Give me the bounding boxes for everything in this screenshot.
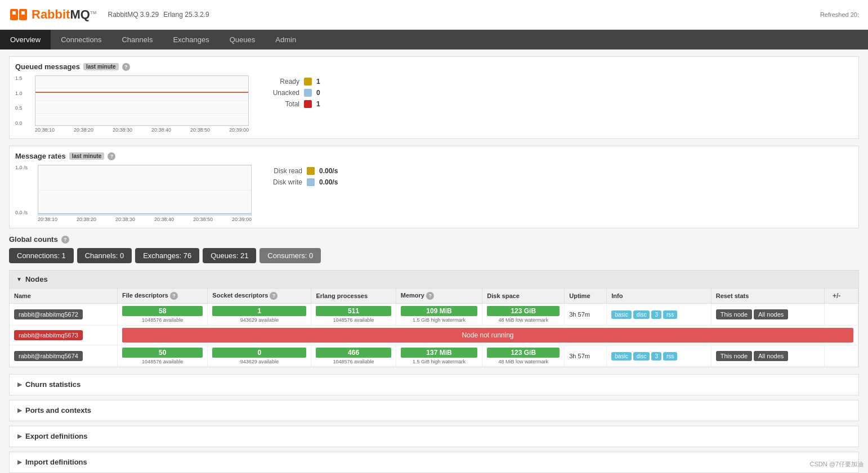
export-definitions-label: Export definitions	[25, 432, 88, 440]
col-plus-minus: +/-	[825, 289, 858, 304]
memory-cell: 109 MiB 1.5 GiB high watermark	[396, 304, 482, 326]
churn-statistics-label: Churn statistics	[25, 380, 80, 389]
global-counts-help[interactable]: ?	[61, 236, 69, 244]
socket-desc-bar: 1	[212, 306, 306, 316]
col-erlang: Erlang processes	[311, 289, 396, 304]
rabbitmq-logo-icon	[9, 4, 29, 25]
header: RabbitMQTM RabbitMQ 3.9.29 Erlang 25.3.2…	[0, 0, 868, 30]
count-channels[interactable]: Channels: 0	[77, 248, 132, 263]
uptime-cell: 3h 57m	[565, 304, 607, 326]
logo: RabbitMQTM	[9, 4, 96, 25]
uptime-cell-3: 3h 57m	[565, 345, 607, 367]
disk-write-color	[307, 178, 315, 186]
col-socket-desc: Socket descriptors ?	[208, 289, 311, 304]
rates-y-axis: 1.0 /s 0.0 /s	[15, 165, 28, 215]
socket-desc-bar-3: 0	[212, 348, 306, 358]
ports-contexts-header[interactable]: ▶ Ports and contexts	[10, 400, 858, 421]
counts-row: Connections: 1 Channels: 0 Exchanges: 76…	[9, 248, 859, 263]
nodes-section: ▼ Nodes Name File descriptors ? Socket d…	[9, 270, 859, 367]
nav-overview[interactable]: Overview	[0, 30, 51, 49]
import-definitions-header[interactable]: ▶ Import definitions	[10, 452, 858, 472]
table-row: rabbit@rabbitmq5672 58 1048576 available…	[10, 304, 858, 326]
info-badge-num[interactable]: 3	[651, 310, 661, 319]
node-name-cell-3: rabbit@rabbitmq5674	[10, 345, 117, 367]
info-badge-basic[interactable]: basic	[611, 310, 631, 319]
disk-sub: 48 MiB low watermark	[487, 317, 560, 323]
import-definitions-section: ▶ Import definitions	[9, 452, 859, 473]
info-badge-basic-3[interactable]: basic	[611, 352, 631, 361]
legend-disk-write: Disk write 0.00/s	[263, 178, 338, 186]
node-name-badge-2: rabbit@rabbitmq5673	[14, 330, 83, 340]
disk-bar-3: 123 GiB	[487, 348, 560, 358]
queued-messages-section: Queued messages last minute ? 1.5 1.0 0.…	[9, 56, 859, 139]
message-rates-chart-row: 1.0 /s 0.0 /s 20:38:10 20:38:20 20:38	[15, 165, 853, 222]
disk-bar: 123 GiB	[487, 306, 560, 316]
legend-disk-read: Disk read 0.00/s	[263, 167, 338, 175]
total-color-indicator	[304, 100, 312, 108]
reset-all-nodes-button-3[interactable]: All nodes	[754, 351, 788, 361]
unacked-color-indicator	[304, 89, 312, 97]
info-badge-disc[interactable]: disc	[633, 310, 650, 319]
count-connections[interactable]: Connections: 1	[9, 248, 74, 263]
logo-text: RabbitMQTM	[32, 7, 96, 22]
message-rates-time-range[interactable]: last minute	[69, 152, 105, 160]
time-range-badge[interactable]: last minute	[83, 63, 119, 70]
disk-cell: 123 GiB 48 MiB low watermark	[482, 304, 565, 326]
nav-channels[interactable]: Channels	[111, 30, 163, 49]
nodes-table: Name File descriptors ? Socket descripto…	[10, 289, 858, 367]
col-uptime: Uptime	[565, 289, 607, 304]
info-badge-rss-3[interactable]: rss	[663, 352, 677, 361]
col-memory: Memory ?	[396, 289, 482, 304]
main-content: Queued messages last minute ? 1.5 1.0 0.…	[0, 49, 868, 473]
file-desc-bar-3: 50	[122, 348, 203, 358]
nav-connections[interactable]: Connections	[51, 30, 111, 49]
message-rates-chart	[38, 165, 252, 215]
reset-this-node-button[interactable]: This node	[716, 309, 752, 319]
ports-contexts-section: ▶ Ports and contexts	[9, 400, 859, 421]
info-cell-3: basic disc 3 rss	[607, 345, 711, 367]
node-name-cell: rabbit@rabbitmq5672	[10, 304, 117, 326]
export-definitions-header[interactable]: ▶ Export definitions	[10, 426, 858, 447]
message-rates-help[interactable]: ?	[108, 152, 115, 160]
memory-sub: 1.5 GiB high watermark	[401, 317, 478, 323]
nav-queues[interactable]: Queues	[220, 30, 266, 49]
watermark: CSDN @7仔要加油	[809, 460, 863, 469]
info-badge-disc-3[interactable]: disc	[633, 352, 650, 361]
info-badge-num-3[interactable]: 3	[651, 352, 661, 361]
nodes-collapse-icon: ▼	[16, 276, 22, 282]
ready-color-indicator	[304, 78, 312, 85]
erlang-bar-3: 466	[316, 348, 391, 358]
queued-messages-help[interactable]: ?	[122, 63, 130, 71]
socket-desc-cell: 1 943629 available	[208, 304, 311, 326]
legend-unacked: Unacked 0	[260, 89, 320, 97]
socket-desc-cell-3: 0 943629 available	[208, 345, 311, 367]
node-name-badge-3: rabbit@rabbitmq5674	[14, 351, 83, 361]
col-name: Name	[10, 289, 117, 304]
nodes-header[interactable]: ▼ Nodes	[10, 271, 858, 289]
refresh-status: Refreshed 20:	[820, 11, 859, 18]
svg-rect-3	[21, 11, 25, 15]
file-desc-sub-3: 1048576 available	[122, 359, 203, 364]
node-not-running-message: Node not running	[122, 328, 853, 343]
count-consumers[interactable]: Consumers: 0	[259, 248, 321, 263]
memory-bar-3: 137 MiB	[401, 348, 478, 358]
ports-contexts-label: Ports and contexts	[25, 406, 91, 415]
file-desc-bar: 58	[122, 306, 203, 316]
import-caret: ▶	[17, 459, 22, 465]
col-reset: Reset stats	[711, 289, 824, 304]
churn-statistics-section: ▶ Churn statistics	[9, 374, 859, 395]
nav-exchanges[interactable]: Exchanges	[163, 30, 219, 49]
reset-this-node-button-3[interactable]: This node	[716, 351, 752, 361]
info-badge-rss[interactable]: rss	[663, 310, 677, 319]
count-exchanges[interactable]: Exchanges: 76	[135, 248, 199, 263]
global-counts-title: Global counts ?	[9, 235, 859, 244]
count-queues[interactable]: Queues: 21	[203, 248, 256, 263]
socket-desc-sub-3: 943629 available	[212, 359, 306, 364]
churn-statistics-header[interactable]: ▶ Churn statistics	[10, 375, 858, 395]
reset-all-nodes-button[interactable]: All nodes	[754, 309, 788, 319]
disk-cell-3: 123 GiB 48 MiB low watermark	[482, 345, 565, 367]
nav-admin[interactable]: Admin	[265, 30, 306, 49]
erlang-version: Erlang 25.3.2.9	[163, 11, 209, 19]
rabbitmq-version: RabbitMQ 3.9.29	[108, 11, 159, 19]
info-cell: basic disc 3 rss	[607, 304, 711, 326]
